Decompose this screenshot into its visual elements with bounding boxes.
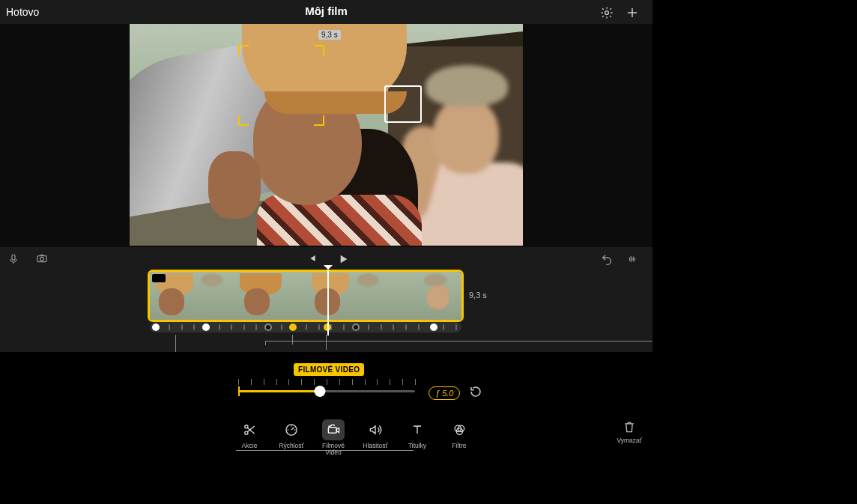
inspector-tool-strip: AkcieRýchlosťFilmové VideoHlasitosťTitul… — [234, 419, 475, 457]
tool-speed[interactable]: Rýchlosť — [276, 419, 307, 457]
scissors-icon — [238, 419, 261, 440]
svg-point-4 — [245, 425, 248, 428]
focus-keyframe[interactable] — [352, 324, 360, 331]
gear-icon[interactable] — [600, 6, 614, 19]
letterbox-bottom — [0, 457, 652, 504]
microphone-icon[interactable] — [7, 252, 19, 269]
aperture-value-pill[interactable]: ƒ 5.0 — [428, 386, 460, 400]
header-bar: Hotovo Môj film — [0, 0, 652, 24]
svg-point-5 — [245, 431, 248, 434]
cinematic-icon — [322, 419, 345, 440]
focus-keyframe[interactable] — [202, 324, 210, 331]
skip-back-icon[interactable] — [306, 253, 318, 267]
tool-label: Titulky — [408, 443, 426, 449]
focus-keyframe[interactable] — [152, 324, 160, 331]
svg-point-0 — [605, 11, 609, 15]
timeline-clip-duration: 9,3 s — [469, 291, 487, 300]
titles-icon — [406, 419, 428, 440]
tool-actions[interactable]: Akcie — [234, 419, 265, 457]
waveform-icon[interactable] — [626, 254, 639, 267]
annotation-line — [292, 335, 293, 344]
clip-duration-badge: 9,3 s — [318, 30, 341, 40]
aperture-slider[interactable] — [238, 379, 415, 397]
tool-titles[interactable]: Titulky — [402, 419, 433, 457]
cinematic-mode-badge: FILMOVÉ VIDEO — [294, 363, 364, 376]
timeline-clip[interactable] — [150, 272, 461, 320]
camera-icon[interactable] — [34, 252, 49, 267]
speaker-icon — [364, 419, 387, 440]
focus-keyframe-track[interactable] — [150, 322, 461, 333]
tool-filters[interactable]: Filtre — [443, 419, 475, 457]
preview-frame: 9,3 s — [130, 24, 523, 246]
secondary-subject-box[interactable] — [384, 85, 422, 123]
project-title: Môj film — [0, 4, 652, 17]
tool-cinematic[interactable]: Filmové Video — [318, 419, 349, 457]
annotation-line — [265, 341, 266, 345]
tool-strip-underline — [236, 450, 414, 451]
delete-button[interactable]: Vymazať — [617, 419, 642, 444]
svg-rect-1 — [12, 255, 15, 260]
play-icon[interactable] — [337, 253, 349, 268]
focus-keyframe[interactable] — [430, 324, 437, 331]
preview-viewer[interactable]: 9,3 s — [0, 24, 652, 247]
focus-keyframe[interactable] — [264, 324, 272, 331]
tool-label: Akcie — [242, 443, 258, 449]
delete-label: Vymazať — [617, 437, 642, 444]
gauge-icon — [280, 419, 303, 440]
tool-label: Filtre — [452, 443, 467, 449]
cinematic-clip-badge-icon — [152, 274, 166, 282]
undo-icon[interactable] — [600, 253, 614, 268]
tool-label: Hlasitosť — [363, 443, 387, 449]
focus-keyframe[interactable] — [289, 324, 297, 331]
plus-icon[interactable] — [626, 6, 639, 19]
timeline-playhead[interactable] — [327, 270, 329, 336]
tool-volume[interactable]: Hlasitosť — [360, 419, 391, 457]
svg-point-3 — [40, 257, 44, 261]
annotation-line — [326, 335, 327, 350]
filters-icon — [448, 419, 470, 440]
letterbox-right — [652, 0, 857, 504]
tool-label: Rýchlosť — [279, 443, 303, 449]
reset-icon[interactable] — [469, 385, 485, 401]
primary-focus-box[interactable] — [238, 45, 324, 126]
svg-rect-7 — [328, 428, 336, 434]
